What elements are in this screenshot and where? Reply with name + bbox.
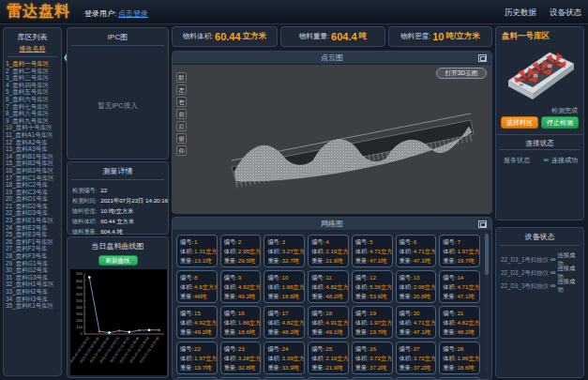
cell-volume-value: 1.97立方米	[457, 248, 480, 254]
sidebar-zone-item[interactable]: 20_盘料D1号库	[6, 195, 59, 203]
view-button[interactable]: 右	[176, 97, 187, 107]
service-status-value: 连接成功	[551, 156, 578, 165]
cell-id-value: 14	[457, 274, 463, 281]
cell-id-label: 编号:	[443, 310, 456, 316]
device-list: 22_D3_1号扫描仪 ∞ 连接成功 22_D3_2号扫描仪 ∞ 连接成功 22…	[496, 253, 583, 293]
sidebar-zone-item[interactable]: 30_盘料G2号库	[6, 266, 59, 274]
sidebar-zone-item[interactable]: 15_盘料B2号库区	[6, 160, 59, 167]
warehouse-3d-image	[501, 41, 580, 103]
cell-id-value: 15	[194, 310, 201, 316]
grid-panel: 网格图 编号:1 体积:1.31立方米 重量:13.1吨 编号:2 体积:2.9…	[172, 217, 492, 380]
view-button[interactable]: 左	[176, 84, 187, 95]
view-button[interactable]: 前	[176, 109, 187, 119]
view-button[interactable]: 俯	[176, 133, 187, 144]
sidebar-zone-item[interactable]: 8_盘料八号库区	[6, 110, 59, 117]
sidebar-zone-item[interactable]: 5_盘料五号库区	[6, 88, 59, 96]
sidebar-zone-item[interactable]: 4_盘料四号库区	[6, 82, 59, 89]
cell-id-label: 编号:	[400, 345, 413, 352]
cell-id-label: 编号:	[180, 345, 193, 352]
sidebar-zone-item[interactable]: 23_盘料E1号库区	[6, 217, 59, 224]
scrollbar-thumb[interactable]	[485, 234, 489, 275]
sidebar-zone-item[interactable]: 7_盘料七号库区	[6, 103, 59, 111]
cell-weight-label: 重量:	[400, 293, 413, 299]
grid-cell: 编号:12 体积:5.36立方米 重量:53.6吨	[352, 270, 393, 303]
link-icon: ∞	[550, 269, 556, 277]
sidebar-zone-item[interactable]: 34_盘料H3号库	[6, 296, 59, 303]
nav-history-data[interactable]: 历史数据	[505, 8, 536, 19]
cell-volume-label: 体积:	[267, 248, 280, 254]
sidebar-zone-item[interactable]: 17_盘料C1号库区	[6, 175, 59, 182]
cell-weight-value: 49.1吨	[325, 328, 342, 335]
sidebar-zone-item[interactable]: 12_盘料A2号库	[6, 139, 59, 146]
sidebar-zone-item[interactable]: 10_盘料十号库区	[6, 124, 59, 131]
sidebar-zone-item[interactable]: 21_盘料D2号库	[6, 203, 59, 210]
expand-icon[interactable]	[478, 54, 487, 62]
cell-volume-value: 4.71立方米	[414, 319, 437, 326]
cell-id-value: 8	[194, 274, 197, 281]
cell-weight-label: 重量:	[311, 257, 324, 264]
view-button[interactable]: 后	[176, 121, 187, 131]
sidebar-zone-item[interactable]: 29_盘料G1号库	[6, 260, 59, 267]
sidebar-zone-item[interactable]: 26_盘料F1号库区	[6, 238, 59, 246]
cell-id-label: 编号:	[355, 310, 369, 316]
sidebar-zone-item[interactable]: 1_盘料一号库区	[6, 60, 59, 68]
point-cloud-canvas[interactable]: 打开3D云图 默 左 右 前 后 俯 仰	[173, 65, 491, 214]
sidebar-zone-item[interactable]: 2_盘料二号库区	[6, 68, 59, 75]
sidebar-zone-item[interactable]: 3_盘料三号库区	[6, 74, 59, 82]
cell-volume-label: 体积:	[311, 319, 324, 326]
cell-weight-label: 重量:	[267, 293, 280, 299]
measure-detail-rows: 检测编号: 22 检测时间: 2021年07月23日 14:20:16 物料密度…	[68, 180, 168, 236]
stop-detect-button[interactable]: 停止检测	[541, 116, 579, 129]
sidebar-zone-item[interactable]: 16_盘料B3号库区	[6, 167, 59, 175]
view-button[interactable]: 仰	[176, 145, 187, 156]
view-button[interactable]: 默	[176, 72, 187, 83]
sidebar-zone-item[interactable]: 22_盘料D3号库	[6, 209, 59, 217]
sidebar-zone-item[interactable]: 32_盘料H1号库区	[6, 281, 59, 288]
measure-detail-row: 检测时间: 2021年07月23日 14:20:16	[72, 195, 163, 205]
sidebar-zone-item[interactable]: 6_盘料六号库区	[6, 96, 59, 103]
cell-id-value: 11	[325, 274, 331, 281]
cell-weight-label: 重量:	[267, 328, 280, 335]
cell-weight-value: 48.2吨	[282, 328, 299, 335]
grid-cell: 编号:27 体积:3.72立方米 重量:37.2吨	[396, 342, 437, 374]
sidebar-zone-item[interactable]: 33_盘料H2号库	[6, 288, 59, 296]
cell-id-label: 编号:	[355, 274, 369, 281]
sidebar-zone-item[interactable]: 19_盘料C3号库	[6, 189, 59, 196]
cell-weight-label: 重量:	[224, 257, 237, 264]
cell-weight-value: 47.1吨	[414, 257, 430, 264]
refresh-curve-button[interactable]: 刷新曲线	[98, 255, 138, 266]
sidebar-zone-item[interactable]: 11_盘料A1号库区	[6, 131, 59, 139]
cell-volume-label: 体积:	[311, 355, 324, 361]
detail-row-value: 2021年07月23日 14:20:16	[100, 197, 168, 204]
cell-weight-value: 19.7吨	[369, 328, 386, 335]
sidebar-zone-item[interactable]: 28_盘料F3号库	[6, 252, 59, 260]
sidebar-zone-item[interactable]: 35_盘料K1号库区	[6, 302, 59, 310]
sidebar-zone-item[interactable]: 13_盘料A3号库	[6, 145, 59, 153]
cell-id-value: 17	[282, 310, 289, 316]
rename-link[interactable]: 修改名称	[4, 44, 61, 53]
cell-id-label: 编号:	[400, 274, 413, 281]
expand-icon[interactable]	[478, 220, 487, 228]
sidebar-zone-item[interactable]: 9_盘料九号库区	[6, 117, 59, 125]
cell-weight-value: 18.6吨	[282, 293, 299, 299]
cell-volume-value: 1.97立方米	[194, 355, 218, 361]
cell-volume-value: 2.95立方米	[238, 248, 262, 254]
cell-id-label: 编号:	[443, 274, 456, 281]
sidebar-zone-item[interactable]: 31_盘料G3号库	[6, 274, 59, 281]
login-link[interactable]: 点击登录	[118, 8, 148, 19]
cell-id-label: 编号:	[400, 310, 413, 316]
sidebar-zone-item[interactable]: 14_盘料B1号库区	[6, 153, 59, 160]
grid-scrollbar[interactable]	[485, 234, 489, 374]
grid-title: 网格图	[173, 218, 491, 231]
sidebar-zone-item[interactable]: 24_盘料E2号库	[6, 224, 59, 232]
sidebar-zone-item[interactable]: 25_盘料E3号库	[6, 231, 59, 238]
cell-volume-value: 4.82立方米	[325, 283, 349, 290]
cell-volume-value: 4.92立方米	[194, 319, 218, 326]
sidebar-zone-item[interactable]: 18_盘料C2号库	[6, 181, 59, 189]
select-zone-button[interactable]: 选择料区	[501, 116, 538, 129]
cell-volume-value: 4.71立方米	[369, 248, 393, 254]
sidebar-zone-item[interactable]: 27_盘料F2号库	[6, 245, 59, 252]
stat-unit: 吨	[359, 31, 368, 42]
nav-device-status[interactable]: 设备状态	[550, 8, 581, 19]
detail-row-value: 10 吨/立方米	[100, 207, 133, 214]
